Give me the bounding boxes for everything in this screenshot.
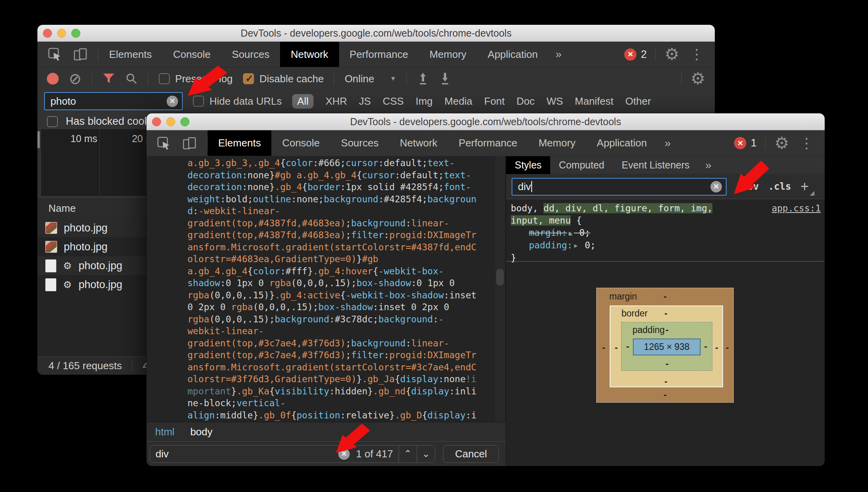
device-toolbar-icon[interactable] — [182, 136, 197, 150]
tab-memory[interactable]: Memory — [528, 130, 586, 156]
filter-type-all[interactable]: All — [292, 94, 314, 109]
error-count-badge[interactable]: ✕ 1 — [734, 137, 757, 149]
disable-cache-control[interactable]: Disable cache — [243, 73, 324, 85]
record-button[interactable] — [47, 73, 59, 85]
tabbar-icons — [37, 42, 98, 67]
breadcrumb-html[interactable]: html — [155, 426, 174, 438]
rules-separator — [506, 261, 825, 262]
expand-arrow-icon[interactable]: ▶ — [573, 242, 579, 249]
css-property-padding[interactable]: padding:▶ 0; — [511, 239, 821, 252]
tab-network[interactable]: Network — [280, 42, 339, 67]
disable-cache-checkbox[interactable] — [243, 73, 254, 84]
network-filter-input[interactable]: photo ✕ — [44, 92, 183, 110]
window-title: DevTools - developers.google.com/web/too… — [37, 25, 715, 41]
sidebar-tab-computed[interactable]: Computed — [550, 156, 613, 174]
css-property-margin-overridden[interactable]: margin:▶ 0; — [511, 227, 821, 239]
elements-find-bar: div ✕ 1 of 417 ⌃ ⌄ Cancel — [147, 441, 506, 466]
filter-type-media[interactable]: Media — [445, 95, 473, 107]
search-icon[interactable] — [125, 72, 138, 85]
close-window-button[interactable] — [152, 117, 161, 126]
import-har-icon[interactable] — [417, 72, 429, 85]
new-style-rule-button[interactable]: + — [801, 178, 813, 195]
zoom-window-button[interactable] — [180, 117, 189, 126]
elements-scrollbar[interactable] — [495, 156, 505, 422]
gear-initiator-icon: ⚙ — [63, 260, 72, 272]
sidebar-tab-styles[interactable]: Styles — [506, 156, 550, 174]
request-name: photo.jpg — [64, 241, 108, 253]
throttling-dropdown[interactable]: Online ▼ — [345, 73, 396, 85]
minimize-window-button[interactable] — [57, 29, 66, 38]
zoom-window-button[interactable] — [71, 29, 80, 38]
filter-type-xhr[interactable]: XHR — [325, 95, 347, 107]
preserve-log-checkbox[interactable] — [159, 73, 170, 84]
inspect-element-icon[interactable] — [157, 136, 171, 150]
css-rule[interactable]: app.css:1 body, dd, div, dl, figure, for… — [506, 199, 825, 261]
has-blocked-cookies-checkbox[interactable] — [47, 116, 58, 127]
inspect-element-icon[interactable] — [48, 47, 62, 61]
tab-console[interactable]: Console — [271, 130, 330, 156]
tab-elements[interactable]: Elements — [98, 42, 162, 67]
clear-requests-icon[interactable]: ⊘ — [69, 71, 82, 86]
source-code-line: d:-webkit-linear- — [187, 205, 506, 217]
expand-arrow-icon[interactable]: ▶ — [567, 229, 574, 237]
tab-application[interactable]: Application — [477, 42, 548, 67]
previous-match-button[interactable]: ⌃ — [399, 446, 417, 462]
clear-filter-icon[interactable]: ✕ — [167, 96, 178, 107]
dom-style-source-view[interactable]: a.gb_3.gb_3,.gb_4{color:#666;cursor:defa… — [147, 156, 506, 422]
tab-memory[interactable]: Memory — [419, 42, 477, 67]
scrollbar-thumb[interactable] — [37, 131, 40, 148]
tab-performance[interactable]: Performance — [339, 42, 419, 67]
export-har-icon[interactable] — [439, 72, 451, 85]
filter-type-js[interactable]: JS — [359, 95, 371, 107]
more-tabs-button[interactable]: » — [698, 156, 719, 174]
box-model-border[interactable]: border - - - - padding - - - - 1265 × 93… — [610, 305, 723, 387]
source-code-line: gradient(top,#4387fd,#4683ea);filter:pro… — [187, 229, 506, 241]
file-icon — [45, 259, 56, 272]
box-model-content[interactable]: 1265 × 938 — [633, 338, 701, 355]
error-count-badge[interactable]: ✕ 2 — [624, 48, 647, 61]
box-model-diagram[interactable]: margin - - - - border - - - - padding - … — [596, 288, 734, 403]
find-input-group: div ✕ 1 of 417 ⌃ ⌄ — [150, 445, 435, 463]
kebab-menu-icon[interactable]: ⋮ — [688, 47, 705, 61]
tabbar-icons — [147, 130, 207, 156]
breadcrumb-body[interactable]: body — [190, 426, 212, 438]
filter-type-ws[interactable]: WS — [547, 95, 563, 107]
filter-type-font[interactable]: Font — [484, 95, 504, 107]
minimize-window-button[interactable] — [166, 117, 175, 126]
filter-type-doc[interactable]: Doc — [516, 95, 534, 107]
kebab-menu-icon[interactable]: ⋮ — [798, 136, 815, 150]
image-thumbnail-icon — [45, 222, 57, 234]
source-code-line: 0 2px 0 rgba(0,0,0,.15);box-shadow:inset… — [187, 301, 506, 313]
tab-application[interactable]: Application — [586, 130, 657, 156]
next-match-button[interactable]: ⌄ — [417, 446, 435, 462]
clear-filter-icon[interactable]: ✕ — [710, 181, 722, 192]
box-model-padding[interactable]: padding - - - - 1265 × 938 — [621, 322, 712, 371]
sidebar-tab-event-listeners[interactable]: Event Listeners — [613, 156, 698, 174]
filter-type-img[interactable]: Img — [415, 95, 432, 107]
matched-selector-highlight: input, menu — [511, 215, 571, 226]
settings-gear-icon[interactable]: ⚙ — [664, 46, 679, 63]
filter-funnel-icon[interactable] — [102, 73, 115, 85]
traffic-lights — [152, 117, 189, 126]
close-window-button[interactable] — [43, 29, 52, 38]
source-code-line: decoration:none}.gb_4{border:1px solid #… — [187, 181, 506, 193]
filter-type-manifest[interactable]: Manifest — [575, 95, 614, 107]
source-code-line: shadow:0 1px 0 rgba(0,0,0,.15);box-shado… — [187, 277, 506, 289]
tab-network[interactable]: Network — [389, 130, 448, 156]
styles-filter-input[interactable]: div ✕ — [512, 178, 727, 196]
tab-performance[interactable]: Performance — [448, 130, 528, 156]
device-toolbar-icon[interactable] — [73, 47, 88, 61]
tab-elements[interactable]: Elements — [208, 130, 271, 156]
scrollbar-thumb[interactable] — [496, 269, 504, 285]
more-tabs-button[interactable]: » — [549, 42, 569, 67]
cancel-button[interactable]: Cancel — [443, 445, 499, 463]
filter-type-other[interactable]: Other — [625, 95, 651, 107]
filter-type-css[interactable]: CSS — [383, 95, 404, 107]
stylesheet-source-link[interactable]: app.css:1 — [772, 202, 821, 215]
source-code-line: decoration:none}#gb a.gb_4.gb_4{cursor:d… — [187, 169, 506, 181]
more-tabs-button[interactable]: » — [658, 130, 678, 156]
network-settings-gear-icon[interactable]: ⚙ — [690, 70, 705, 87]
divider — [132, 361, 132, 371]
window-title: DevTools - developers.google.com/web/too… — [147, 113, 825, 130]
tab-sources[interactable]: Sources — [330, 130, 389, 156]
